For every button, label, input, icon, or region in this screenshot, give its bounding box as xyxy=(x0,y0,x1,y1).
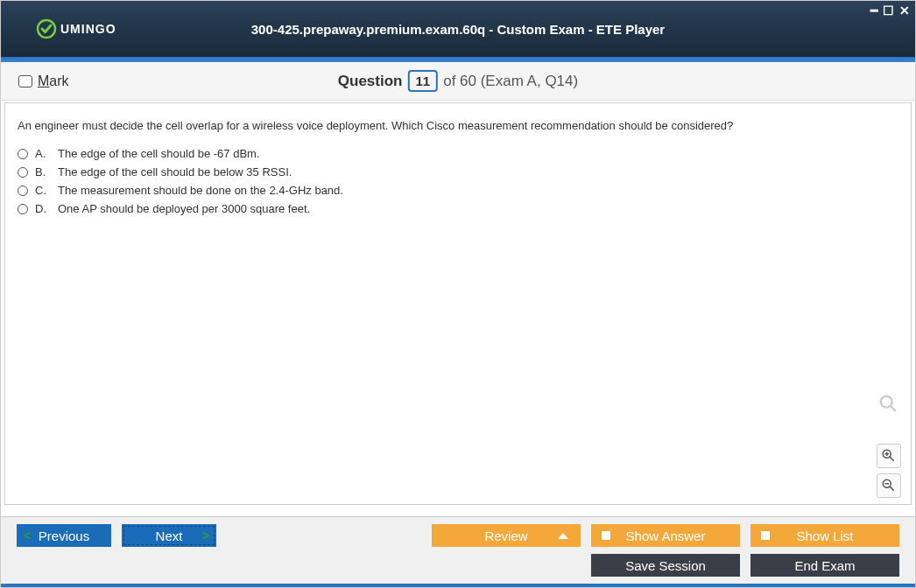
footer-divider xyxy=(1,584,915,587)
minimize-icon[interactable]: ━ xyxy=(870,4,877,18)
review-label: Review xyxy=(484,528,527,543)
answer-text: One AP should be deployed per 3000 squar… xyxy=(58,202,310,215)
mark-container[interactable]: Mark xyxy=(18,74,69,89)
square-icon xyxy=(602,531,610,540)
window-controls: ━ ☐ ✕ xyxy=(870,4,910,18)
next-button[interactable]: Next > xyxy=(122,524,216,547)
answer-text: The edge of the cell should be below 35 … xyxy=(58,165,292,178)
answer-option[interactable]: D. One AP should be deployed per 3000 sq… xyxy=(18,200,898,218)
logo-text: UMINGO xyxy=(60,22,116,36)
chevron-left-icon: < xyxy=(24,528,31,542)
chevron-right-icon: > xyxy=(202,528,209,542)
content-area: An engineer must decide the cell overlap… xyxy=(4,102,912,505)
answer-text: The edge of the cell should be -67 dBm. xyxy=(58,147,260,160)
radio-icon[interactable] xyxy=(18,186,28,196)
zoom-controls xyxy=(877,444,901,498)
answer-letter: C. xyxy=(35,184,51,197)
question-number: 11 xyxy=(407,70,438,92)
previous-button[interactable]: < Previous xyxy=(17,524,111,547)
search-icon[interactable] xyxy=(878,394,898,416)
question-label: Question xyxy=(338,73,403,90)
answers-list: A. The edge of the cell should be -67 dB… xyxy=(5,144,911,218)
show-list-label: Show List xyxy=(796,528,853,543)
square-icon xyxy=(761,531,770,540)
question-suffix: of 60 (Exam A, Q14) xyxy=(443,73,578,90)
answer-letter: D. xyxy=(35,202,51,215)
zoom-in-button[interactable] xyxy=(877,444,901,468)
logo: UMINGO xyxy=(36,18,116,39)
mark-checkbox[interactable] xyxy=(18,75,32,88)
question-info: Question 11 of 60 (Exam A, Q14) xyxy=(338,70,578,92)
save-session-label: Save Session xyxy=(625,558,706,573)
previous-label: Previous xyxy=(39,528,89,543)
bottom-bar: < Previous Next > Review Show Answer Sho… xyxy=(1,516,915,587)
review-button[interactable]: Review xyxy=(432,524,581,547)
zoom-in-icon xyxy=(881,448,897,464)
zoom-out-icon xyxy=(881,478,897,494)
zoom-out-button[interactable] xyxy=(877,473,901,498)
answer-option[interactable]: C. The measurement should be done on the… xyxy=(18,181,898,200)
button-row-2: Save Session End Exam xyxy=(1,552,915,584)
next-label: Next xyxy=(156,528,183,543)
question-header: Mark Question 11 of 60 (Exam A, Q14) xyxy=(1,62,915,101)
show-answer-button[interactable]: Show Answer xyxy=(591,524,740,547)
save-session-button[interactable]: Save Session xyxy=(591,554,740,577)
answer-option[interactable]: B. The edge of the cell should be below … xyxy=(18,163,898,181)
show-list-button[interactable]: Show List xyxy=(750,524,899,547)
radio-icon[interactable] xyxy=(18,204,28,214)
close-icon[interactable]: ✕ xyxy=(899,4,910,18)
mark-label: Mark xyxy=(38,74,69,89)
radio-icon[interactable] xyxy=(18,149,28,159)
answer-letter: A. xyxy=(35,147,51,160)
radio-icon[interactable] xyxy=(18,167,28,178)
maximize-icon[interactable]: ☐ xyxy=(883,4,894,18)
end-exam-label: End Exam xyxy=(794,558,855,573)
triangle-up-icon xyxy=(558,533,568,539)
question-text: An engineer must decide the cell overlap… xyxy=(5,103,911,144)
titlebar: UMINGO 300-425.prepaway.premium.exam.60q… xyxy=(1,1,915,57)
button-row-1: < Previous Next > Review Show Answer Sho… xyxy=(1,517,915,552)
window-title: 300-425.prepaway.premium.exam.60q - Cust… xyxy=(251,22,665,37)
svg-line-8 xyxy=(890,486,893,490)
answer-text: The measurement should be done on the 2.… xyxy=(58,184,343,197)
show-answer-label: Show Answer xyxy=(626,528,706,543)
svg-line-4 xyxy=(890,457,893,460)
end-exam-button[interactable]: End Exam xyxy=(750,554,899,577)
answer-option[interactable]: A. The edge of the cell should be -67 dB… xyxy=(18,144,898,163)
answer-letter: B. xyxy=(35,165,51,178)
logo-check-icon xyxy=(36,18,57,39)
svg-line-2 xyxy=(891,406,896,411)
